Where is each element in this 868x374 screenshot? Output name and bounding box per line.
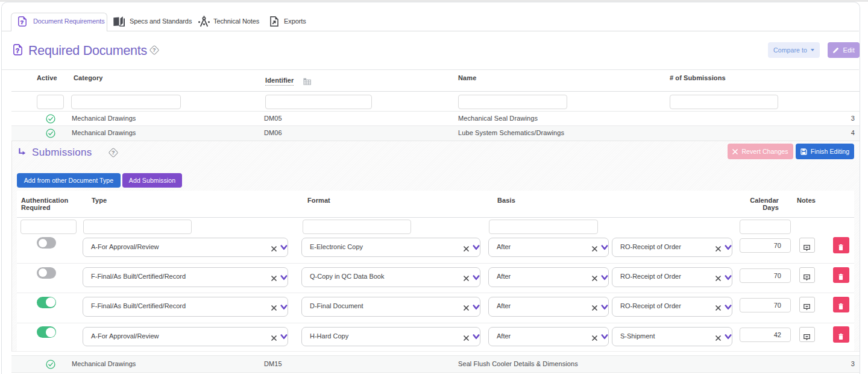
svg-text:?: ? — [16, 47, 19, 54]
svg-text:?: ? — [20, 19, 24, 25]
